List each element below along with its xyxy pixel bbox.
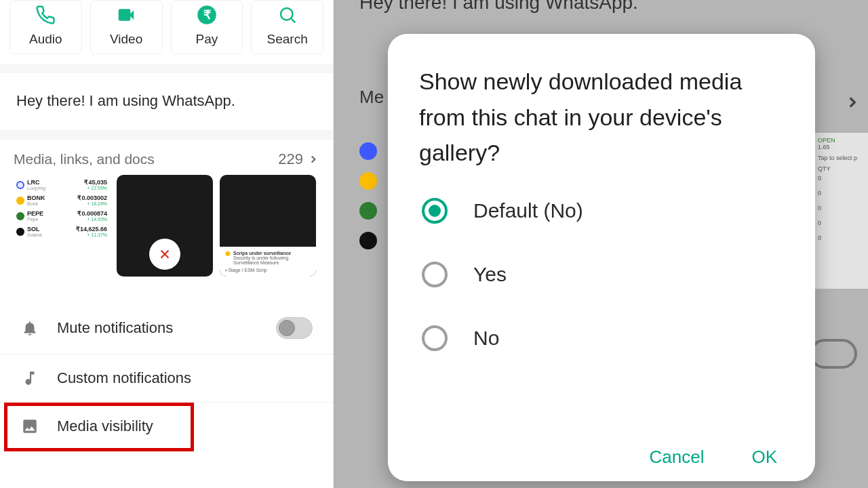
surveillance-card: ⬤ Scrips under surveillance Security is … [220, 247, 316, 277]
media-visibility-dialog: Show newly downloaded media from this ch… [388, 34, 815, 481]
ok-button[interactable]: OK [751, 447, 777, 468]
bg-about-text: Hey there! I am using WhatsApp. [359, 0, 638, 14]
video-label: Video [110, 32, 142, 47]
pay-label: Pay [196, 32, 218, 47]
media-header[interactable]: Media, links, and docs 229 [14, 150, 319, 175]
option-no-label: No [473, 327, 499, 350]
media-title: Media, links, and docs [14, 151, 155, 167]
media-thumb[interactable]: ⬤ Scrips under surveillance Security is … [220, 175, 316, 277]
pay-button[interactable]: ₹ Pay [171, 0, 243, 54]
mute-label: Mute notifications [57, 319, 258, 337]
bell-icon [20, 319, 39, 337]
option-default[interactable]: Default (No) [422, 198, 784, 224]
dialog-backdrop: Hey there! I am using WhatsApp. Me OPEN … [334, 0, 868, 488]
radio-icon [422, 262, 448, 287]
video-call-button[interactable]: Video [90, 0, 163, 54]
media-thumb[interactable] [117, 175, 213, 277]
about-text[interactable]: Hey there! I am using WhatsApp. [0, 73, 333, 130]
section-divider [0, 130, 333, 140]
dialog-title: Show newly downloaded media from this ch… [419, 64, 784, 171]
search-button[interactable]: Search [251, 0, 323, 54]
mute-toggle[interactable] [276, 317, 313, 339]
search-label: Search [267, 32, 308, 47]
custom-notifications-row[interactable]: Custom notifications [0, 354, 333, 402]
dialog-options: Default (No) Yes No [419, 198, 784, 351]
media-count: 229 [278, 150, 319, 168]
svg-point-2 [281, 8, 293, 20]
close-icon [149, 239, 180, 270]
audio-label: Audio [29, 32, 62, 47]
bg-coin-dots [359, 142, 377, 249]
cancel-button[interactable]: Cancel [649, 447, 704, 468]
bg-media-text: Me [359, 87, 384, 108]
svg-text:₹: ₹ [203, 8, 211, 22]
bg-toggle-partial [810, 339, 857, 369]
media-thumbnails[interactable]: LRCLoopring₹45,035+ 22.59% BONKBonk₹0.00… [14, 175, 319, 287]
option-default-label: Default (No) [473, 199, 583, 222]
section-divider [0, 64, 333, 73]
settings-list: Mute notifications Custom notifications … [0, 302, 333, 450]
chevron-right-icon [307, 153, 319, 165]
action-row: Audio Video ₹ Pay Search [0, 0, 333, 64]
mute-notifications-row[interactable]: Mute notifications [0, 302, 333, 354]
search-icon [277, 5, 298, 28]
option-yes[interactable]: Yes [422, 262, 784, 287]
dialog-actions: Cancel OK [419, 447, 784, 468]
svg-line-3 [291, 19, 294, 22]
rupee-icon: ₹ [197, 5, 217, 28]
option-yes-label: Yes [473, 263, 507, 286]
media-thumb[interactable]: LRCLoopring₹45,035+ 22.59% BONKBonk₹0.00… [14, 175, 110, 277]
music-note-icon [20, 369, 39, 387]
tutorial-highlight [4, 403, 194, 451]
bg-partial-card: OPEN 1.65 Tap to select p QTY 0 0 0 0 0 [814, 133, 868, 289]
audio-call-button[interactable]: Audio [9, 0, 82, 54]
phone-icon [35, 5, 56, 28]
video-icon [116, 5, 136, 28]
radio-selected-icon [422, 198, 448, 224]
radio-icon [422, 325, 448, 351]
option-no[interactable]: No [422, 325, 784, 351]
chevron-right-icon [844, 94, 861, 114]
media-count-value: 229 [278, 150, 303, 168]
custom-notif-label: Custom notifications [57, 369, 313, 387]
contact-info-pane: Audio Video ₹ Pay Search Hey there! I am… [0, 0, 334, 488]
warning-icon: ⬤ [225, 251, 231, 256]
media-links-docs-section[interactable]: Media, links, and docs 229 LRCLoopring₹4… [0, 140, 333, 293]
